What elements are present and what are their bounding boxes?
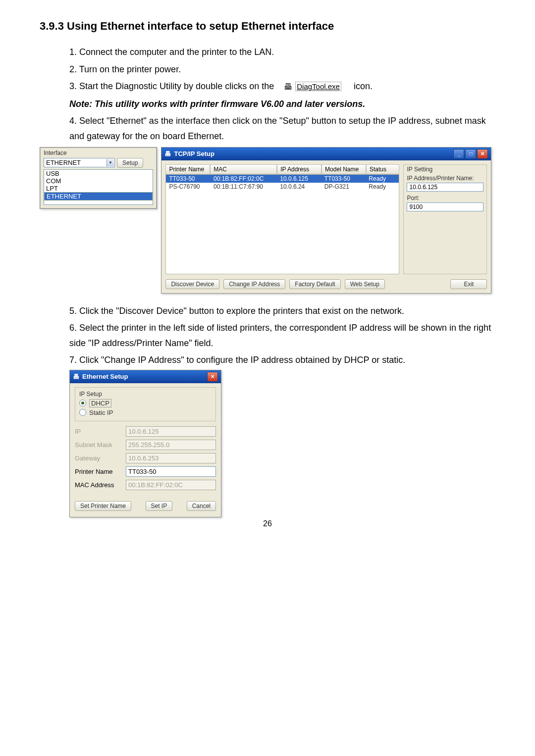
cell-ip: 10.0.6.125 <box>277 175 321 183</box>
set-ip-button[interactable]: Set IP <box>146 501 173 511</box>
step-7: 7. Click "Change IP Address" to configur… <box>69 353 495 368</box>
col-printer-name[interactable]: Printer Name <box>165 164 210 174</box>
interface-panel: Interface ETHERNET ▼ Setup USB COM LPT E… <box>40 147 157 209</box>
mac-address-field: 00:1B:82:FF:02:0C <box>126 480 216 490</box>
port-label: Port: <box>407 195 483 202</box>
interface-selected-value: ETHERNET <box>46 159 81 166</box>
ip-field: 10.0.6.125 <box>126 426 216 437</box>
tcpip-titlebar: 🖶 TCP/IP Setup _ □ ✕ <box>161 148 491 160</box>
diagtool-exe-link[interactable]: DiagTool.exe <box>295 82 341 91</box>
ip-setup-legend: IP Setup <box>79 391 212 398</box>
printer-name-field[interactable]: TT033-50 <box>126 466 216 477</box>
step-3-text-b: icon. <box>354 81 373 91</box>
radio-selected-icon <box>79 400 86 406</box>
gateway-label: Gateway <box>75 454 122 462</box>
interface-option-usb[interactable]: USB <box>44 170 153 177</box>
interface-listbox[interactable]: USB COM LPT ETHERNET <box>44 169 153 205</box>
step-3-text-a: 3. Start the Diagnostic Utility by doubl… <box>69 81 274 91</box>
printer-table: Printer Name MAC IP Address Model Name S… <box>165 164 399 274</box>
table-row[interactable]: PS-C76790 00:1B:11:C7:67:90 10.0.6.24 DP… <box>166 183 399 191</box>
interface-option-lpt[interactable]: LPT <box>44 185 153 192</box>
ethernet-setup-window: 🖶 Ethernet Setup ✕ IP Setup DHCP Static … <box>69 370 221 517</box>
step-6: 6. Select the printer in the left side o… <box>69 320 495 351</box>
chevron-down-icon[interactable]: ▼ <box>107 159 114 166</box>
interface-option-com[interactable]: COM <box>44 177 153 185</box>
set-printer-name-button[interactable]: Set Printer Name <box>75 501 131 511</box>
subnet-mask-field: 255.255.255.0 <box>126 440 216 450</box>
discover-device-button[interactable]: Discover Device <box>165 279 219 289</box>
cell-status: Ready <box>366 183 399 191</box>
static-ip-radio[interactable]: Static IP <box>79 409 212 416</box>
exit-button[interactable]: Exit <box>450 279 487 289</box>
table-row[interactable]: TT033-50 00:1B:82:FF:02:0C 10.0.6.125 TT… <box>166 175 399 183</box>
web-setup-button[interactable]: Web Setup <box>345 279 385 289</box>
subnet-mask-label: Subnet Mask <box>75 441 122 449</box>
ip-setting-legend: IP Setting <box>407 166 483 173</box>
interface-option-ethernet[interactable]: ETHERNET <box>44 192 153 201</box>
maximize-icon[interactable]: □ <box>465 149 476 159</box>
dhcp-radio[interactable]: DHCP <box>79 399 212 407</box>
cancel-button[interactable]: Cancel <box>187 501 216 511</box>
ip-address-input[interactable] <box>407 183 483 192</box>
printer-icon: 🖶 <box>284 79 293 95</box>
ethernet-setup-title: Ethernet Setup <box>82 373 128 380</box>
factory-default-button[interactable]: Factory Default <box>289 279 340 289</box>
cell-ip: 10.0.6.24 <box>277 183 321 191</box>
dhcp-label: DHCP <box>89 399 111 407</box>
col-model[interactable]: Model Name <box>321 164 366 174</box>
printer-name-label: Printer Name <box>75 468 122 475</box>
cell-status: Ready <box>366 175 399 183</box>
step-3: 3. Start the Diagnostic Utility by doubl… <box>69 79 495 95</box>
app-icon: 🖶 <box>164 150 171 157</box>
firmware-note: Note: This utility works with printer fi… <box>69 97 495 112</box>
col-mac[interactable]: MAC <box>210 164 277 174</box>
section-heading: 3.9.3 Using Ethernet interface to setup … <box>40 20 495 33</box>
cell-name: PS-C76790 <box>166 183 211 191</box>
close-icon[interactable]: ✕ <box>477 149 488 159</box>
change-ip-button[interactable]: Change IP Address <box>223 279 285 289</box>
ip-label: IP <box>75 428 122 435</box>
cell-model: TT033-50 <box>321 175 366 183</box>
close-icon[interactable]: ✕ <box>207 372 218 382</box>
app-icon: 🖶 <box>73 373 79 380</box>
cell-name: TT033-50 <box>166 175 211 183</box>
cell-mac: 00:1B:11:C7:67:90 <box>211 183 277 191</box>
cell-mac: 00:1B:82:FF:02:0C <box>211 175 277 183</box>
ethernet-setup-titlebar: 🖶 Ethernet Setup ✕ <box>70 370 221 383</box>
static-ip-label: Static IP <box>89 409 113 416</box>
minimize-icon[interactable]: _ <box>453 149 464 159</box>
step-5: 5. Click the "Discover Device" button to… <box>69 303 495 319</box>
interface-combobox[interactable]: ETHERNET ▼ <box>44 158 115 167</box>
tcpip-title: TCP/IP Setup <box>174 150 214 157</box>
ip-address-label: IP Address/Printer Name: <box>407 175 483 182</box>
radio-unselected-icon <box>79 409 86 416</box>
page-number: 26 <box>40 519 495 528</box>
port-input[interactable] <box>407 202 483 211</box>
step-4: 4. Select "Ethernet" as the interface th… <box>69 113 495 144</box>
step-2: 2. Turn on the printer power. <box>69 62 495 77</box>
setup-button[interactable]: Setup <box>117 158 143 168</box>
step-1: 1. Connect the computer and the printer … <box>69 45 495 60</box>
gateway-field: 10.0.6.253 <box>126 453 216 463</box>
col-ip[interactable]: IP Address <box>277 164 321 174</box>
col-status[interactable]: Status <box>366 164 399 174</box>
mac-address-label: MAC Address <box>75 481 122 489</box>
tcpip-setup-window: 🖶 TCP/IP Setup _ □ ✕ Printer Name MAC IP… <box>161 147 491 294</box>
interface-legend: Interface <box>44 150 153 156</box>
cell-model: DP-G321 <box>321 183 366 191</box>
